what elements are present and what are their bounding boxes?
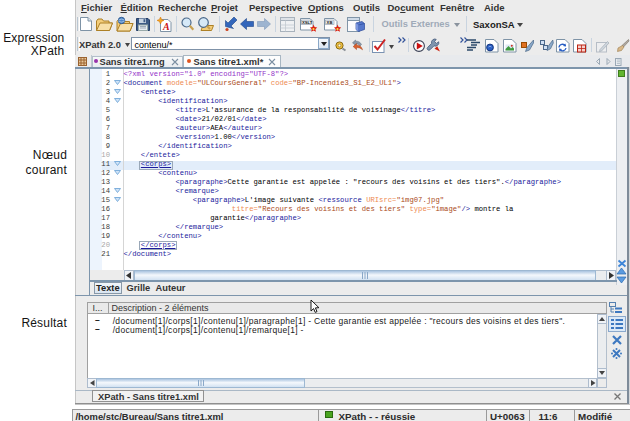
svg-text:A: A bbox=[162, 21, 170, 32]
svg-text:XSLT: XSLT bbox=[302, 19, 313, 24]
svg-text:XB: XB bbox=[326, 19, 332, 24]
